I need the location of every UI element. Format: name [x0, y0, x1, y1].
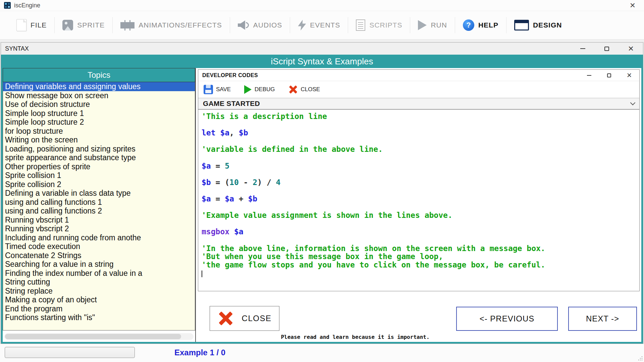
toolbar-item-scripts[interactable]: SCRIPTS	[348, 15, 410, 36]
file-icon	[16, 19, 26, 31]
close-example-button[interactable]: CLOSE	[210, 306, 279, 331]
code-line	[202, 170, 637, 178]
close-icon[interactable]	[625, 0, 640, 11]
minimize-button[interactable]	[579, 70, 599, 81]
close-button[interactable]	[619, 70, 639, 81]
code-line: 'Example value assignment is shown in th…	[202, 211, 637, 220]
list-item[interactable]: Other properties of sprite	[3, 162, 195, 171]
resize-grip[interactable]	[637, 355, 643, 361]
horizontal-scrollbar[interactable]	[4, 333, 194, 340]
list-item[interactable]: Running vbscript 1	[3, 216, 195, 225]
syntax-window: SYNTAX iScript Syntax & Examples Topics …	[1, 42, 643, 344]
scrollbar-thumb[interactable]	[5, 334, 181, 339]
main-toolbar: FILE SPRITE ANIMATIONS/EFFECTS AUDIOS EV…	[0, 11, 644, 40]
list-item[interactable]: Finding the index number of a value in a	[3, 269, 195, 278]
code-line	[202, 137, 637, 145]
list-item[interactable]: Running vbscript 2	[3, 224, 195, 233]
list-item[interactable]: Show message box on screen	[3, 91, 195, 100]
toolbar-item-help[interactable]: HELP	[455, 15, 506, 36]
list-item[interactable]: Searching for a value in a string	[3, 260, 195, 269]
close-button[interactable]	[619, 43, 643, 55]
list-item[interactable]: String replace	[3, 287, 195, 296]
code-line	[202, 236, 637, 244]
list-item[interactable]: for loop structure	[3, 127, 195, 136]
next-button[interactable]: NEXT ->	[568, 307, 637, 331]
list-item[interactable]: Sprite collision 2	[3, 180, 195, 189]
list-item[interactable]: Concatenate 2 Strings	[3, 251, 195, 260]
list-item[interactable]: Simple loop structure 2	[3, 118, 195, 127]
toolbar-item-sprite[interactable]: SPRITE	[55, 15, 112, 36]
help-icon	[463, 19, 474, 31]
text-caret	[202, 270, 202, 277]
syntax-titlebar[interactable]: SYNTAX	[1, 43, 643, 55]
script-event-dropdown[interactable]: GAME STARTED	[198, 98, 639, 109]
toolbar-label-events: EVENTS	[310, 21, 340, 29]
list-item[interactable]: Defining variables and assigning values	[3, 82, 195, 91]
code-line: 'This is a description line	[202, 112, 637, 121]
toolbar-label-animations: ANIMATIONS/EFFECTS	[139, 21, 222, 29]
app-title: iscEngine	[14, 2, 40, 9]
code-line: $a = $a + $b	[202, 195, 637, 203]
script-document-icon	[356, 19, 365, 31]
page-title: iScript Syntax & Examples	[1, 55, 643, 68]
list-item[interactable]: Including and running code from anothe	[3, 233, 195, 242]
syntax-body: Topics Defining variables and assigning …	[1, 68, 643, 344]
list-item[interactable]: Timed code execution	[3, 242, 195, 251]
app-icon	[4, 2, 11, 9]
maximize-button[interactable]	[599, 70, 619, 81]
list-item[interactable]: String cutting	[3, 278, 195, 287]
minimize-button[interactable]	[571, 43, 595, 55]
previous-button[interactable]: <- PREVIOUS	[456, 307, 558, 331]
dropdown-selected-value: GAME STARTED	[203, 100, 260, 108]
toolbar-label-scripts: SCRIPTS	[369, 21, 402, 29]
list-item[interactable]: Defining a variable in class data type	[3, 189, 195, 198]
list-item[interactable]: Loading, positioning and sizing sprites	[3, 144, 195, 154]
code-area[interactable]: 'This is a description line let $a, $b '…	[198, 109, 639, 291]
toolbar-item-design[interactable]: DESIGN	[506, 15, 570, 36]
debug-play-icon	[244, 85, 252, 94]
toolbar-item-audios[interactable]: AUDIOS	[230, 15, 290, 36]
code-line: let $a, $b	[202, 129, 637, 137]
window-controls	[579, 70, 639, 81]
app-titlebar: iscEngine	[0, 0, 644, 11]
toolbar-item-run[interactable]: RUN	[410, 15, 455, 36]
close-x-icon	[288, 85, 298, 94]
developer-titlebar[interactable]: DEVELOPER CODES	[198, 70, 639, 81]
save-floppy-icon	[204, 85, 213, 94]
toolbar-item-events[interactable]: EVENTS	[290, 15, 348, 36]
list-item[interactable]: using and calling functions 1	[3, 198, 195, 207]
toolbar-label-run: RUN	[431, 21, 447, 29]
topics-list[interactable]: Defining variables and assigning valuesS…	[3, 82, 195, 330]
list-item[interactable]: Functions starting with "is"	[3, 313, 195, 322]
code-line: 'variable is defined in the above line.	[202, 145, 637, 154]
minimize-icon	[580, 48, 585, 49]
topics-header: Topics	[3, 68, 195, 82]
debug-button[interactable]: DEBUG	[244, 85, 275, 94]
list-item[interactable]: End the program	[3, 304, 195, 313]
list-item[interactable]: sprite appearance and substance type	[3, 153, 195, 162]
close-x-icon	[218, 311, 234, 326]
design-window-icon	[514, 20, 529, 31]
list-item[interactable]: Simple loop structure 1	[3, 109, 195, 118]
close-editor-button[interactable]: CLOSE	[288, 85, 320, 94]
list-item[interactable]: Making a copy of an object	[3, 295, 195, 304]
toolbar-item-file[interactable]: FILE	[9, 15, 54, 36]
maximize-button[interactable]	[595, 43, 619, 55]
code-line	[202, 186, 637, 195]
speaker-icon	[238, 20, 249, 30]
list-item[interactable]: Use of decision structure	[3, 100, 195, 109]
chevron-down-icon	[630, 100, 636, 105]
code-line	[202, 121, 637, 129]
minimize-icon	[587, 75, 591, 76]
list-item[interactable]: Writing on the screen	[3, 135, 195, 144]
close-example-label: CLOSE	[242, 314, 272, 323]
save-button[interactable]: SAVE	[204, 85, 231, 94]
syntax-window-title: SYNTAX	[5, 45, 29, 52]
toolbar-item-animations-effects[interactable]: ANIMATIONS/EFFECTS	[113, 15, 230, 36]
code-line	[202, 220, 637, 228]
list-item[interactable]: using and calling functions 2	[3, 206, 195, 216]
list-item[interactable]: Sprite collision 1	[3, 171, 195, 180]
example-area: DEVELOPER CODES SAVE DEBUG	[196, 68, 641, 342]
close-icon	[628, 44, 634, 53]
developer-window-title: DEVELOPER CODES	[202, 72, 258, 78]
